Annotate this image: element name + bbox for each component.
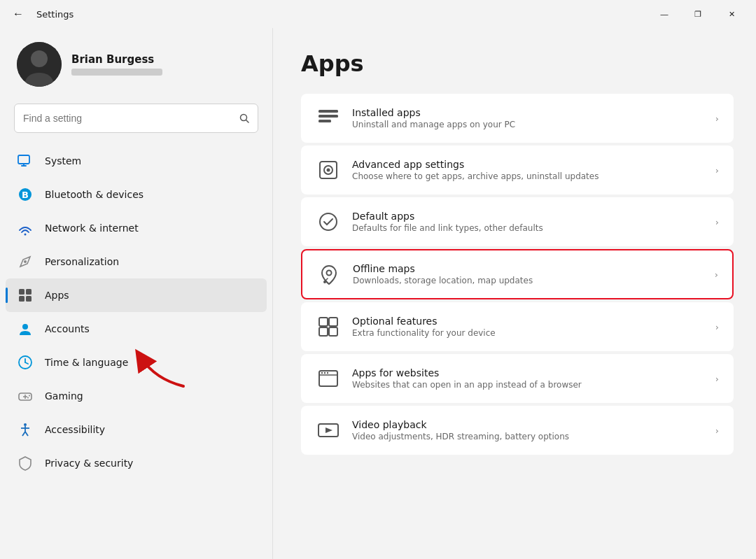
sidebar-item-time[interactable]: Time & language [6, 346, 267, 379]
sidebar-item-personalization-label: Personalization [45, 256, 119, 267]
advanced-app-icon [316, 157, 341, 183]
card-default-apps[interactable]: Default apps Defaults for file and link … [301, 197, 734, 246]
svg-point-38 [323, 281, 326, 283]
sidebar-item-system-label: System [45, 155, 81, 167]
svg-rect-31 [318, 115, 338, 118]
card-optional-features[interactable]: Optional features Extra functionality fo… [301, 302, 734, 351]
card-video-playback[interactable]: Video playback Video adjustments, HDR st… [301, 406, 734, 455]
sidebar-item-gaming[interactable]: Gaming [6, 379, 267, 413]
installed-apps-icon [316, 106, 341, 131]
svg-rect-14 [19, 296, 24, 302]
svg-point-35 [327, 169, 330, 172]
card-offline-maps-title: Offline maps [353, 263, 704, 274]
optional-chevron: › [715, 322, 719, 332]
back-button[interactable]: ← [8, 4, 28, 24]
svg-line-28 [22, 432, 25, 436]
personalization-icon [17, 253, 34, 270]
time-icon [17, 354, 34, 371]
sidebar-item-system[interactable]: System [6, 144, 267, 178]
svg-point-24 [27, 397, 29, 399]
card-offline-maps-desc: Downloads, storage location, map updates [353, 276, 704, 285]
card-advanced-title: Advanced app settings [352, 159, 704, 170]
svg-rect-40 [329, 318, 337, 326]
card-optional-title: Optional features [352, 316, 704, 327]
svg-rect-15 [26, 296, 31, 302]
svg-point-44 [321, 372, 323, 374]
system-icon [17, 153, 34, 169]
sidebar-item-gaming-label: Gaming [45, 390, 83, 402]
card-installed-apps-desc: Uninstall and manage apps on your PC [352, 120, 704, 129]
page-title: Apps [301, 50, 734, 77]
card-offline-maps[interactable]: Offline maps Downloads, storage location… [301, 249, 734, 299]
avatar [17, 42, 62, 87]
sidebar-item-bluetooth-label: Bluetooth & devices [45, 189, 144, 200]
svg-rect-30 [318, 110, 338, 113]
window-title: Settings [36, 9, 74, 20]
gaming-icon [17, 388, 34, 404]
close-button[interactable]: ✕ [715, 3, 748, 25]
offline-maps-chevron: › [715, 269, 718, 280]
sidebar-item-personalization[interactable]: Personalization [6, 245, 267, 278]
svg-rect-13 [26, 289, 31, 295]
card-default-title: Default apps [352, 211, 704, 222]
sidebar-item-accounts[interactable]: Accounts [6, 312, 267, 346]
svg-rect-6 [21, 165, 27, 167]
sidebar-item-network-label: Network & internet [45, 222, 139, 234]
search-input[interactable] [23, 113, 234, 124]
settings-list: Installed apps Uninstall and manage apps… [301, 94, 734, 455]
svg-rect-39 [319, 318, 328, 326]
svg-point-10 [24, 234, 27, 236]
network-icon [17, 220, 34, 236]
card-video-title: Video playback [352, 419, 704, 430]
card-offline-maps-text: Offline maps Downloads, storage location… [353, 263, 704, 285]
user-email [71, 69, 162, 76]
sidebar-item-time-label: Time & language [45, 357, 128, 368]
card-advanced-app-settings[interactable]: Advanced app settings Choose where to ge… [301, 146, 734, 194]
sidebar-item-apps[interactable]: Apps [6, 278, 267, 312]
installed-apps-chevron: › [715, 113, 719, 124]
advanced-chevron: › [715, 165, 719, 176]
card-apps-websites-text: Apps for websites Websites that can open… [352, 367, 704, 390]
svg-line-19 [25, 362, 28, 364]
card-default-text: Default apps Defaults for file and link … [352, 211, 704, 233]
card-video-desc: Video adjustments, HDR streaming, batter… [352, 432, 704, 441]
accounts-icon [17, 320, 34, 337]
sidebar-item-privacy-label: Privacy & security [45, 458, 133, 469]
bluetooth-icon: B [17, 186, 34, 203]
sidebar-item-network[interactable]: Network & internet [6, 211, 267, 245]
svg-point-11 [24, 260, 27, 263]
minimize-button[interactable]: — [648, 3, 680, 25]
svg-point-25 [24, 423, 27, 426]
card-installed-apps-text: Installed apps Uninstall and manage apps… [352, 107, 704, 129]
accessibility-icon [17, 421, 34, 438]
sidebar-item-bluetooth[interactable]: B Bluetooth & devices [6, 178, 267, 211]
sidebar-item-accessibility[interactable]: Accessibility [6, 413, 267, 446]
card-apps-websites-desc: Websites that can open in an app instead… [352, 380, 704, 390]
user-name: Brian Burgess [71, 53, 162, 66]
svg-point-37 [327, 271, 332, 276]
search-box[interactable] [14, 104, 258, 133]
apps-websites-chevron: › [715, 374, 719, 384]
svg-point-36 [320, 213, 337, 230]
user-info: Brian Burgess [71, 53, 162, 76]
svg-rect-12 [19, 289, 24, 295]
svg-text:B: B [22, 190, 29, 200]
user-profile[interactable]: Brian Burgess [0, 28, 272, 101]
card-apps-websites-title: Apps for websites [352, 367, 704, 378]
card-installed-apps[interactable]: Installed apps Uninstall and manage apps… [301, 94, 734, 143]
svg-point-23 [29, 395, 30, 397]
optional-features-icon [316, 314, 341, 339]
svg-rect-41 [319, 327, 328, 336]
sidebar-item-accessibility-label: Accessibility [45, 424, 105, 435]
maximize-button[interactable]: ❐ [682, 3, 714, 25]
sidebar-item-privacy[interactable]: Privacy & security [6, 446, 267, 480]
nav-list: System B Bluetooth & devices Network & i… [0, 144, 272, 480]
video-playback-icon [316, 418, 341, 443]
card-optional-desc: Extra functionality for your device [352, 328, 704, 338]
content-area: Apps Installed apps Uninstall and manage… [273, 28, 756, 559]
card-apps-websites[interactable]: Apps for websites Websites that can open… [301, 354, 734, 403]
card-advanced-text: Advanced app settings Choose where to ge… [352, 159, 704, 181]
svg-rect-32 [318, 120, 331, 122]
window-controls: — ❐ ✕ [648, 3, 748, 25]
card-video-text: Video playback Video adjustments, HDR st… [352, 419, 704, 441]
